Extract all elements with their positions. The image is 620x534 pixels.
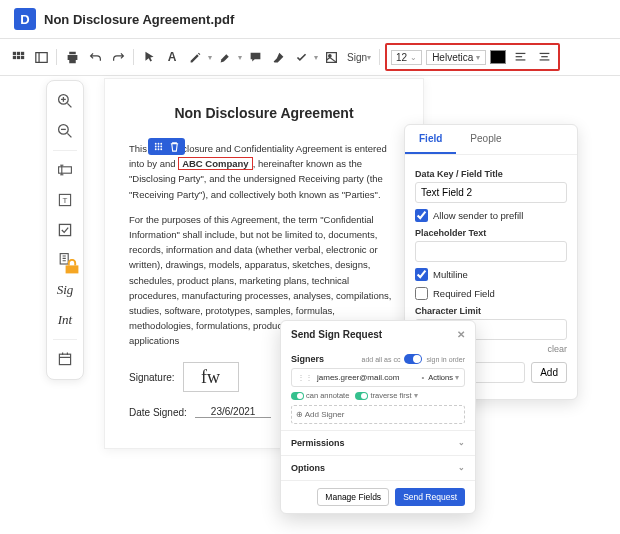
check-icon[interactable] bbox=[291, 47, 311, 67]
font-controls: 12⌄ Helvetica▾ bbox=[385, 43, 560, 71]
permissions-section[interactable]: Permissions⌄ bbox=[281, 430, 475, 455]
add-signer-button[interactable]: ⊕ Add Signer bbox=[291, 405, 465, 424]
traverse-toggle[interactable] bbox=[355, 392, 368, 400]
tab-field[interactable]: Field bbox=[405, 125, 456, 154]
image-icon[interactable] bbox=[321, 47, 341, 67]
svg-point-40 bbox=[158, 146, 160, 148]
text-icon[interactable]: A bbox=[162, 47, 182, 67]
svg-rect-0 bbox=[12, 51, 15, 54]
svg-point-9 bbox=[328, 54, 330, 56]
erase-icon[interactable] bbox=[268, 47, 288, 67]
signature-label: Signature: bbox=[129, 372, 175, 383]
required-checkbox[interactable]: Required Field bbox=[415, 287, 567, 300]
date-value[interactable]: 23/6/2021 bbox=[195, 406, 272, 418]
cursor-icon[interactable] bbox=[139, 47, 159, 67]
company-field[interactable]: ABC Company bbox=[178, 157, 253, 170]
date-label: Date Signed: bbox=[129, 407, 187, 418]
draw-icon[interactable] bbox=[185, 47, 205, 67]
svg-line-17 bbox=[67, 103, 71, 107]
send-panel-title: Send Sign Request bbox=[291, 329, 382, 340]
field-drag-handle[interactable] bbox=[148, 138, 185, 155]
close-icon[interactable]: ✕ bbox=[457, 329, 465, 340]
svg-rect-4 bbox=[16, 55, 19, 58]
svg-rect-6 bbox=[35, 52, 46, 62]
sign-order-toggle[interactable] bbox=[404, 354, 422, 364]
send-request-button[interactable]: Send Request bbox=[395, 488, 465, 506]
align-center-icon[interactable] bbox=[534, 47, 554, 67]
doc-title: Non Disclosure Agreement bbox=[129, 105, 399, 121]
grip-icon[interactable]: ⋮⋮ bbox=[297, 373, 313, 382]
side-toolbar: T Sig Int bbox=[46, 80, 84, 380]
redo-icon[interactable] bbox=[108, 47, 128, 67]
undo-icon[interactable] bbox=[85, 47, 105, 67]
svg-rect-31 bbox=[66, 265, 79, 273]
multiline-checkbox[interactable]: Multiline bbox=[415, 268, 567, 281]
char-limit-label: Character Limit bbox=[415, 306, 567, 316]
checkbox-icon[interactable] bbox=[51, 216, 79, 244]
signers-label: Signers bbox=[291, 354, 324, 364]
data-key-label: Data Key / Field Title bbox=[415, 169, 567, 179]
signer-row: ⋮⋮ james.greer@mail.com • Actions ▾ bbox=[291, 368, 465, 387]
color-swatch[interactable] bbox=[490, 50, 506, 64]
trash-icon[interactable] bbox=[169, 141, 180, 152]
comment-icon[interactable] bbox=[245, 47, 265, 67]
text-box-icon[interactable]: T bbox=[51, 186, 79, 214]
app-logo: D bbox=[14, 8, 36, 30]
annotate-toggle[interactable] bbox=[291, 392, 304, 400]
svg-rect-5 bbox=[20, 55, 23, 58]
options-section[interactable]: Options⌄ bbox=[281, 455, 475, 480]
grid-icon[interactable] bbox=[8, 47, 28, 67]
data-key-input[interactable] bbox=[415, 182, 567, 203]
svg-rect-1 bbox=[16, 51, 19, 54]
main-toolbar: A ▾ ▾ ▾ Sign ▾ 12⌄ Helvetica▾ bbox=[0, 38, 620, 76]
zoom-in-icon[interactable] bbox=[51, 87, 79, 115]
svg-line-21 bbox=[67, 133, 71, 137]
svg-rect-2 bbox=[20, 51, 23, 54]
chevron-down-icon[interactable]: ▾ bbox=[208, 53, 212, 62]
placeholder-label: Placeholder Text bbox=[415, 228, 567, 238]
text-field-icon[interactable] bbox=[51, 156, 79, 184]
print-icon[interactable] bbox=[62, 47, 82, 67]
initials-icon[interactable]: Int bbox=[51, 306, 79, 334]
actions-dropdown[interactable]: Actions ▾ bbox=[428, 373, 459, 382]
svg-rect-23 bbox=[59, 167, 72, 173]
panel-icon[interactable] bbox=[31, 47, 51, 67]
highlight-icon[interactable] bbox=[215, 47, 235, 67]
signature-box[interactable]: fw bbox=[183, 362, 239, 392]
signer-email: james.greer@mail.com bbox=[317, 373, 417, 382]
add-button[interactable]: Add bbox=[531, 362, 567, 383]
svg-point-42 bbox=[155, 148, 157, 150]
sign-button[interactable]: Sign ▾ bbox=[344, 47, 374, 67]
tab-people[interactable]: People bbox=[456, 125, 515, 154]
zoom-out-icon[interactable] bbox=[51, 117, 79, 145]
manage-fields-button[interactable]: Manage Fields bbox=[317, 488, 389, 506]
svg-point-37 bbox=[158, 143, 160, 145]
svg-text:T: T bbox=[63, 196, 68, 205]
svg-point-43 bbox=[158, 148, 160, 150]
chevron-down-icon[interactable]: ▾ bbox=[238, 53, 242, 62]
svg-point-36 bbox=[155, 143, 157, 145]
svg-point-41 bbox=[160, 146, 162, 148]
svg-point-38 bbox=[160, 143, 162, 145]
file-name: Non Disclosure Agreement.pdf bbox=[44, 12, 234, 27]
svg-rect-32 bbox=[59, 354, 70, 364]
align-left-icon[interactable] bbox=[510, 47, 530, 67]
font-family-select[interactable]: Helvetica▾ bbox=[426, 50, 486, 65]
signature-icon[interactable]: Sig bbox=[51, 276, 79, 304]
send-request-panel: Send Sign Request ✕ Signers add all as c… bbox=[280, 320, 476, 514]
svg-point-44 bbox=[160, 148, 162, 150]
chevron-down-icon[interactable]: ▾ bbox=[314, 53, 318, 62]
font-size-select[interactable]: 12⌄ bbox=[391, 50, 422, 65]
placeholder-input[interactable] bbox=[415, 241, 567, 262]
svg-rect-29 bbox=[59, 224, 70, 235]
date-icon[interactable] bbox=[51, 345, 79, 373]
svg-rect-3 bbox=[12, 55, 15, 58]
svg-point-39 bbox=[155, 146, 157, 148]
attachment-icon[interactable] bbox=[51, 246, 79, 274]
allow-prefill-checkbox[interactable]: Allow sender to prefill bbox=[415, 209, 567, 222]
